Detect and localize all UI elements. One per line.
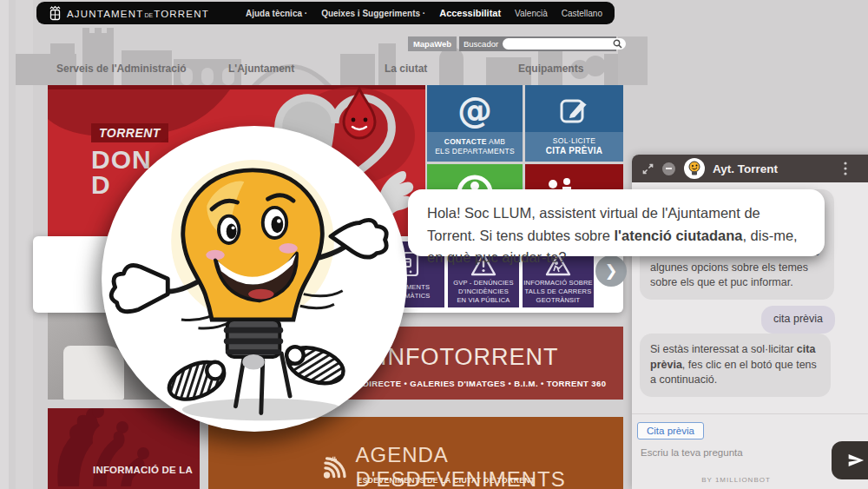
brand-name: AJUNTAMENT: [67, 9, 143, 19]
carousel-next-button[interactable]: ❯: [595, 255, 627, 287]
avatar: [684, 158, 705, 179]
user-message: cita prèvia: [761, 306, 835, 334]
crown-watermark: [48, 408, 171, 489]
buscador-label: Buscador: [459, 39, 503, 49]
contact-label-rest: AMB: [487, 137, 506, 146]
chevron-right-icon: ❯: [604, 261, 617, 281]
top-bar: AJUNTAMENTDETORRENT Ajuda tècnica · Quei…: [36, 2, 615, 24]
footer-divider: [632, 413, 868, 414]
site-logo[interactable]: AJUNTAMENTDETORRENT: [49, 5, 209, 22]
search-bar: Buscador: [459, 36, 616, 51]
menu-ajuda-tecnica[interactable]: Ajuda tècnica ·: [246, 9, 307, 18]
powered-by: BY 1MILLIONBOT: [632, 476, 840, 484]
send-icon: [847, 453, 865, 468]
hero-badge: TORRENT: [91, 123, 168, 142]
bot-message-2: Si estàs interessat a sol·licitar cita p…: [640, 334, 831, 397]
chat-title: Ayt. Torrent: [713, 162, 778, 175]
cita-label-line2: CITA PRÈVIA: [546, 146, 603, 157]
promo-label: INFORMACIÓ SOBRE TALLS DE CARRERS GEOTRÀ…: [523, 276, 592, 307]
infotorrent-title: INFOTORRENT: [380, 344, 559, 371]
expand-icon[interactable]: [642, 163, 654, 175]
contact-label-strong: CONTACTE: [444, 137, 487, 146]
menu-queixes[interactable]: Queixes i Suggeriments ·: [321, 9, 425, 18]
informacio-label: INFORMACIÓ DE LA: [93, 465, 193, 475]
search-input[interactable]: [503, 39, 613, 49]
chat-header: Ayt. Torrent: [632, 155, 868, 182]
at-icon: @: [457, 90, 492, 130]
menu-castellano[interactable]: Castellano: [562, 9, 602, 18]
send-button[interactable]: [832, 441, 868, 479]
page: AJUNTAMENTDETORRENT Ajuda tècnica · Quei…: [0, 0, 868, 489]
nav-la-ciutat[interactable]: La ciutat: [385, 63, 427, 75]
informacio-tile[interactable]: INFORMACIÓ DE LA: [48, 408, 200, 489]
assistant-speech-bubble: Hola! Soc LLUM, assistent virtual de l'A…: [408, 189, 825, 256]
nav-serveis-administracio[interactable]: Serveis de l'Administració: [56, 63, 187, 75]
menu-accessibilitat[interactable]: Accessibilitat: [439, 8, 501, 18]
pencil-icon: [558, 94, 591, 127]
nav-equipaments[interactable]: Equipaments: [518, 63, 583, 75]
cita-label-line1: SOL·LICITE: [553, 136, 595, 146]
crest-icon: [49, 5, 62, 22]
agenda-subtitle: ESDEVENIMENTS DE LA CIUTAT DE TORRENT: [208, 476, 623, 485]
kebab-menu-icon[interactable]: [844, 162, 847, 179]
tile-cita-previa[interactable]: SOL·LICITE CITA PRÈVIA: [525, 85, 623, 162]
cita-previa-quick-reply[interactable]: Cita prèvia: [637, 422, 704, 439]
greeting-bold: l'atenció ciutadana: [615, 228, 743, 243]
minimize-icon[interactable]: [662, 162, 675, 175]
llum-mascot-circle: [102, 126, 407, 432]
tile-contacte-departaments[interactable]: @ CONTACTE AMB ELS DEPARTAMENTS: [427, 85, 523, 162]
city-skyline-silhouette: [0, 24, 625, 85]
top-menu: Ajuda tècnica · Queixes i Suggeriments ·…: [246, 8, 602, 18]
contact-label-line2: ELS DEPARTAMENTS: [435, 147, 515, 156]
brand-city: TORRENT: [154, 9, 209, 19]
brand-de: DE: [144, 12, 153, 18]
nav-ajuntament[interactable]: L'Ajuntament: [228, 63, 294, 75]
mapaweb-button[interactable]: MapaWeb: [408, 36, 457, 51]
chat-input[interactable]: [639, 446, 816, 459]
photo-content: [63, 346, 124, 400]
search-icon[interactable]: [613, 39, 622, 49]
promo-label: GVP - DENÚNCIES D'INCIDÈNCIES EN VIA PÚB…: [453, 276, 514, 307]
menu-valencia[interactable]: Valencià: [515, 9, 548, 18]
llum-lightbulb-mascot: [102, 126, 407, 432]
